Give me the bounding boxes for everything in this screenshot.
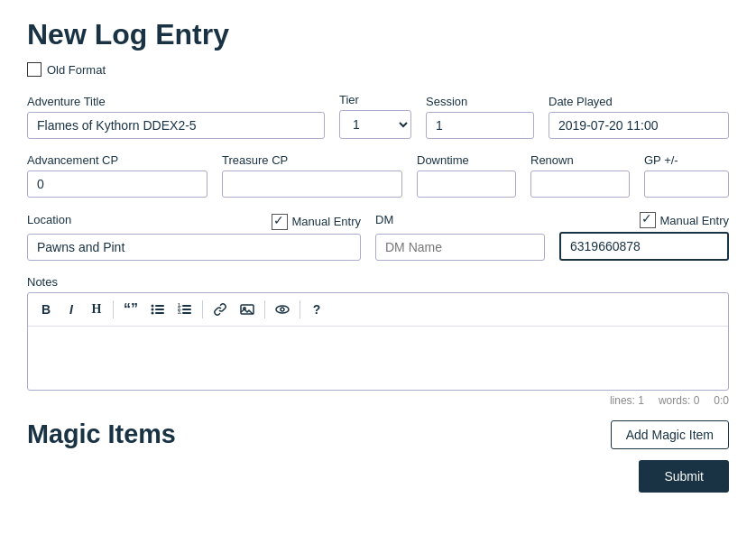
svg-rect-11 bbox=[182, 312, 191, 314]
svg-point-15 bbox=[281, 308, 284, 311]
image-button[interactable] bbox=[235, 299, 259, 320]
editor-footer: lines: 1 words: 0 0:0 bbox=[27, 391, 729, 410]
tier-select[interactable]: 1 2 3 4 bbox=[339, 110, 411, 139]
date-played-input[interactable] bbox=[549, 112, 729, 139]
editor-toolbar: B I H “” 1.2.3. ? bbox=[28, 293, 728, 327]
svg-rect-3 bbox=[155, 309, 164, 310]
location-label: Location bbox=[27, 213, 71, 226]
magic-items-title: Magic Items bbox=[27, 419, 176, 449]
adventure-field: Adventure Title bbox=[27, 95, 325, 139]
quote-button[interactable]: “” bbox=[119, 299, 143, 320]
renown-field: Renown bbox=[530, 153, 630, 198]
advancement-cp-label: Advancement CP bbox=[27, 153, 207, 167]
magic-items-section: Magic Items Add Magic Item bbox=[27, 419, 729, 449]
location-input[interactable] bbox=[27, 234, 361, 261]
svg-point-2 bbox=[152, 309, 154, 311]
svg-rect-9 bbox=[182, 309, 191, 310]
location-manual-label: Manual Entry bbox=[291, 215, 361, 228]
dm-name-input[interactable] bbox=[375, 234, 545, 261]
location-header: Location Manual Entry bbox=[27, 213, 361, 230]
dm-block: DM bbox=[375, 213, 545, 261]
treasure-cp-input[interactable] bbox=[222, 171, 402, 198]
location-manual-checkbox[interactable] bbox=[272, 214, 288, 230]
preview-button[interactable] bbox=[271, 299, 294, 320]
heading-button[interactable]: H bbox=[86, 299, 107, 320]
svg-text:3.: 3. bbox=[178, 309, 182, 315]
gp-label: GP +/- bbox=[644, 153, 729, 167]
svg-rect-5 bbox=[155, 312, 164, 314]
notes-label: Notes bbox=[27, 275, 729, 289]
dm-id-input[interactable] bbox=[559, 232, 729, 261]
notes-section: Notes B I H “” 1.2.3. bbox=[27, 275, 729, 410]
toolbar-divider-2 bbox=[202, 300, 203, 318]
location-block: Location Manual Entry bbox=[27, 213, 361, 261]
help-button[interactable]: ? bbox=[306, 299, 327, 320]
session-input[interactable] bbox=[426, 112, 534, 139]
tier-field: Tier 1 2 3 4 bbox=[339, 93, 411, 139]
submit-row: Submit bbox=[27, 460, 729, 493]
gp-input[interactable] bbox=[644, 171, 729, 198]
submit-button[interactable]: Submit bbox=[639, 460, 729, 493]
unordered-list-button[interactable] bbox=[146, 299, 170, 320]
ordered-list-button[interactable]: 1.2.3. bbox=[173, 299, 197, 320]
session-label: Session bbox=[426, 95, 534, 108]
svg-rect-7 bbox=[182, 305, 191, 307]
old-format-label: Old Format bbox=[47, 63, 106, 77]
dm-value-block: Manual Entry bbox=[559, 212, 729, 261]
dm-manual-entry: Manual Entry bbox=[640, 212, 729, 228]
downtime-field: Downtime bbox=[417, 153, 516, 198]
toolbar-divider-4 bbox=[300, 300, 300, 318]
old-format-row: Old Format bbox=[27, 62, 729, 77]
notes-editor: B I H “” 1.2.3. ? bbox=[27, 292, 729, 391]
adventure-label: Adventure Title bbox=[27, 95, 325, 108]
gp-field: GP +/- bbox=[644, 153, 729, 198]
dm-header: DM bbox=[375, 213, 545, 230]
adventure-input[interactable] bbox=[27, 112, 325, 139]
renown-label: Renown bbox=[530, 153, 630, 167]
row-adventure: Adventure Title Tier 1 2 3 4 Session Dat… bbox=[27, 93, 729, 139]
renown-input[interactable] bbox=[530, 171, 630, 198]
page-title: New Log Entry bbox=[27, 18, 729, 51]
date-played-field: Date Played bbox=[549, 95, 729, 139]
toolbar-divider-1 bbox=[113, 300, 114, 318]
add-magic-item-button[interactable]: Add Magic Item bbox=[611, 420, 729, 449]
treasure-cp-label: Treasure CP bbox=[222, 153, 402, 167]
words-count: words: 0 bbox=[659, 394, 699, 407]
bold-button[interactable]: B bbox=[35, 299, 57, 320]
row-cp: Advancement CP Treasure CP Downtime Reno… bbox=[27, 153, 729, 198]
treasure-cp-field: Treasure CP bbox=[222, 153, 402, 198]
downtime-input[interactable] bbox=[417, 171, 516, 198]
editor-content[interactable] bbox=[28, 327, 728, 390]
location-manual-entry: Manual Entry bbox=[272, 214, 361, 230]
toolbar-divider-3 bbox=[264, 300, 265, 318]
svg-rect-1 bbox=[155, 305, 164, 307]
downtime-label: Downtime bbox=[417, 153, 516, 167]
cursor-position: 0:0 bbox=[714, 394, 729, 407]
italic-button[interactable]: I bbox=[60, 299, 82, 320]
date-played-label: Date Played bbox=[549, 95, 729, 108]
dm-value-header: Manual Entry bbox=[559, 212, 729, 228]
dm-manual-checkbox[interactable] bbox=[640, 212, 656, 228]
svg-point-0 bbox=[152, 305, 154, 308]
old-format-checkbox[interactable] bbox=[27, 62, 41, 77]
dm-manual-label: Manual Entry bbox=[659, 214, 729, 227]
link-button[interactable] bbox=[208, 299, 232, 320]
dm-label: DM bbox=[375, 213, 393, 226]
svg-point-4 bbox=[152, 312, 154, 315]
lines-count: lines: 1 bbox=[610, 394, 644, 407]
svg-point-14 bbox=[276, 306, 289, 313]
session-field: Session bbox=[426, 95, 534, 139]
advancement-cp-input[interactable] bbox=[27, 171, 207, 198]
tier-label: Tier bbox=[339, 93, 411, 106]
row-location-dm: Location Manual Entry DM Manual Entry bbox=[27, 212, 729, 261]
advancement-cp-field: Advancement CP bbox=[27, 153, 207, 198]
